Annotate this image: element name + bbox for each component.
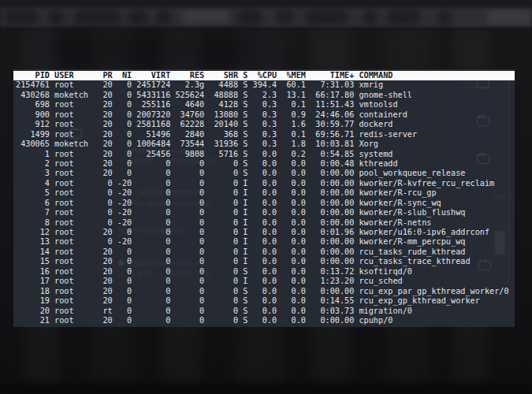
process-row: 15 root 20 0 0 0 0 I 0.0 0.0 0:00.00 rcu… bbox=[13, 257, 515, 266]
process-row: 7 root 0 -20 0 0 0 I 0.0 0.0 0:00.00 kwo… bbox=[13, 208, 515, 217]
process-row: 19 root 20 0 0 0 0 S 0.0 0.0 0:14.55 rcu… bbox=[13, 296, 515, 306]
process-row: 912 root 20 0 2581168 62228 20140 S 0.3 … bbox=[13, 120, 515, 129]
process-row: 1 root 20 0 25456 9808 5716 S 0.0 0.2 0:… bbox=[13, 150, 515, 159]
process-row: 8 root 0 -20 0 0 0 I 0.0 0.0 0:00.00 kwo… bbox=[13, 218, 515, 228]
toolbar-blob bbox=[364, 10, 377, 24]
background-blob bbox=[47, 32, 260, 67]
process-row: 3 root 20 0 0 0 0 S 0.0 0.0 0:00.00 pool… bbox=[13, 169, 515, 178]
process-row: 5 root 0 -20 0 0 0 I 0.0 0.0 0:00.00 kwo… bbox=[13, 188, 515, 198]
toolbar-blob bbox=[156, 10, 170, 24]
process-row: 18 root 20 0 0 0 0 S 0.0 0.0 0:00.00 rcu… bbox=[13, 287, 515, 296]
process-row: 13 root 0 -20 0 0 0 I 0.0 0.0 0:00.00 kw… bbox=[13, 237, 515, 247]
toolbar-blob bbox=[183, 10, 229, 24]
process-row: 698 root 20 0 255116 4640 4128 S 0.3 0.1… bbox=[13, 100, 515, 110]
toolbar-blob bbox=[306, 10, 347, 24]
toolbar-blob bbox=[277, 10, 293, 24]
process-row: 20 root rt 0 0 0 0 S 0.0 0.0 0:03.73 mig… bbox=[13, 307, 515, 316]
toolbar-blob bbox=[487, 10, 532, 24]
process-row: 2 root 20 0 0 0 0 S 0.0 0.0 0:00.48 kthr… bbox=[13, 159, 515, 169]
process-row: 900 root 20 0 2007320 34760 13080 S 0.3 … bbox=[13, 110, 515, 120]
process-row: 4 root 0 -20 0 0 0 I 0.0 0.0 0:00.00 kwo… bbox=[13, 179, 515, 188]
toolbar-blob bbox=[76, 10, 120, 24]
process-row: 430268 moketch 20 0 5433116 525624 48888… bbox=[13, 91, 515, 100]
terminal-window[interactable]: WhatsApp Image 2025164 KB — whatsapp.com… bbox=[13, 69, 515, 327]
process-row: 430065 moketch 20 0 1006484 73544 31936 … bbox=[13, 139, 515, 149]
toolbar-blob bbox=[129, 10, 147, 24]
process-table: 2154761 root 20 0 2451724 2.3g 4488 S 39… bbox=[13, 80, 515, 325]
process-row: 14 root 20 0 0 0 0 I 0.0 0.0 0:00.00 rcu… bbox=[13, 247, 515, 257]
background-bottom-edge bbox=[0, 385, 532, 394]
process-row: 1499 root 20 0 51496 2840 368 S 0.3 0.1 … bbox=[13, 130, 515, 139]
process-row: 12 root 20 0 0 0 0 I 0.0 0.0 0:01.96 kwo… bbox=[13, 228, 515, 237]
toolbar-blob bbox=[238, 10, 262, 24]
process-table-header: PID USER PR NI VIRT RES SHR S %CPU %MEM … bbox=[13, 71, 515, 80]
toolbar-blob bbox=[388, 10, 419, 24]
background-top-edge bbox=[0, 0, 532, 7]
process-row: 21 root 20 0 0 0 0 S 0.0 0.0 0:00.00 cpu… bbox=[13, 316, 515, 325]
process-row: 16 root 20 0 0 0 0 S 0.0 0.0 0:13.72 kso… bbox=[13, 267, 515, 277]
background-toolbar-band bbox=[0, 7, 532, 28]
toolbar-blob bbox=[438, 10, 451, 24]
toolbar-blob bbox=[5, 10, 38, 24]
process-row: 6 root 0 -20 0 0 0 I 0.0 0.0 0:00.00 kwo… bbox=[13, 199, 515, 208]
toolbar-blob bbox=[49, 10, 63, 24]
process-row: 2154761 root 20 0 2451724 2.3g 4488 S 39… bbox=[13, 80, 515, 90]
process-row: 17 root 20 0 0 0 0 I 0.0 0.0 1:23.20 rcu… bbox=[13, 277, 515, 286]
